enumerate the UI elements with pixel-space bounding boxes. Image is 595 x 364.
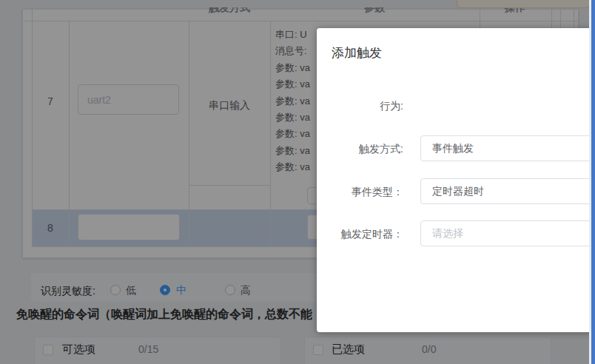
trigger-mode-value: 事件触发 [432,142,474,155]
right-edge-blue-strip [591,0,595,364]
trigger-timer-select[interactable]: 请选择 [420,220,595,246]
behavior-label: 行为: [317,100,403,113]
trigger-timer-label: 触发定时器： [317,228,403,241]
event-type-value: 定时器超时 [432,185,484,198]
add-trigger-dialog: 添加触发 行为: 触发方式: 事件触发 事件类型： 定时器超时 触发定时器： 请… [317,28,595,332]
dialog-title: 添加触发 [332,44,382,61]
trigger-mode-label: 触发方式: [317,143,403,156]
trigger-mode-select[interactable]: 事件触发 [420,135,595,161]
page: 触发方式 参数 操作 7 uart2 串口输入 串口: U 消息号: 参数: v… [0,0,595,364]
trigger-timer-placeholder: 请选择 [432,227,463,240]
event-type-select[interactable]: 定时器超时 [420,178,595,204]
event-type-label: 事件类型： [317,186,403,199]
